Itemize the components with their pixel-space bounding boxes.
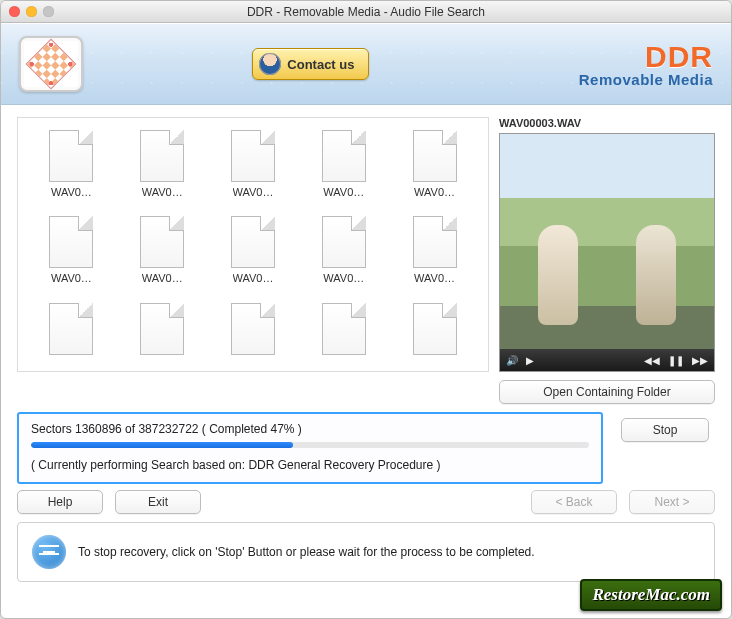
skip-back-icon[interactable]: ◀◀ [644, 355, 660, 366]
file-results-panel[interactable]: WAV0… WAV0… WAV0… WAV0… WAV0… WAV0… WAV0… [17, 117, 489, 372]
preview-filename: WAV00003.WAV [499, 117, 715, 129]
file-icon [413, 216, 457, 268]
nav-row: Help Exit < Back Next > [17, 490, 715, 514]
stop-column: Stop [615, 412, 715, 484]
app-window: DDR - Removable Media - Audio File Searc… [0, 0, 732, 619]
file-label: WAV0… [323, 272, 364, 284]
help-button[interactable]: Help [17, 490, 103, 514]
file-label: WAV0… [414, 186, 455, 198]
back-button: < Back [531, 490, 617, 514]
media-player-bar: 🔊 ▶ ◀◀ ❚❚ ▶▶ [500, 349, 714, 371]
preview-image [500, 134, 714, 349]
brand-title: DDR [579, 42, 713, 72]
file-item[interactable] [212, 303, 295, 371]
procedure-text: ( Currently performing Search based on: … [31, 458, 589, 472]
file-icon [49, 303, 93, 355]
open-folder-row: Open Containing Folder [17, 380, 715, 404]
file-item[interactable]: WAV0… [121, 216, 204, 296]
brand-block: DDR Removable Media [579, 42, 713, 87]
volume-icon[interactable]: 🔊 [506, 355, 518, 366]
file-label: WAV0… [51, 186, 92, 198]
file-label: WAV0… [142, 272, 183, 284]
exit-button[interactable]: Exit [115, 490, 201, 514]
file-item[interactable]: WAV0… [121, 130, 204, 210]
file-icon [140, 216, 184, 268]
file-label: WAV0… [51, 272, 92, 284]
file-item[interactable]: WAV0… [212, 216, 295, 296]
file-icon [140, 130, 184, 182]
header-banner: Contact us DDR Removable Media [1, 23, 731, 105]
file-item[interactable]: WAV0… [302, 130, 385, 210]
file-label: WAV0… [414, 272, 455, 284]
app-logo [19, 36, 83, 92]
file-icon [413, 130, 457, 182]
file-icon [231, 303, 275, 355]
file-label: WAV0… [233, 186, 274, 198]
contact-us-button[interactable]: Contact us [252, 48, 369, 80]
file-label: WAV0… [142, 186, 183, 198]
progress-panel: Sectors 1360896 of 387232722 ( Completed… [17, 412, 603, 484]
info-bubble-icon [32, 535, 66, 569]
file-icon [413, 303, 457, 355]
pause-icon[interactable]: ❚❚ [668, 355, 684, 366]
progress-text: Sectors 1360896 of 387232722 ( Completed… [31, 422, 589, 436]
person-icon [259, 53, 281, 75]
hint-text: To stop recovery, click on 'Stop' Button… [78, 545, 535, 559]
file-label: WAV0… [233, 272, 274, 284]
file-grid: WAV0… WAV0… WAV0… WAV0… WAV0… WAV0… WAV0… [18, 118, 488, 371]
file-item[interactable] [393, 303, 476, 371]
file-item[interactable]: WAV0… [393, 130, 476, 210]
preview-column: WAV00003.WAV 🔊 ▶ ◀◀ ❚❚ ▶▶ [499, 117, 715, 372]
file-icon [231, 130, 275, 182]
file-item[interactable] [121, 303, 204, 371]
file-icon [322, 303, 366, 355]
file-item[interactable]: WAV0… [30, 130, 113, 210]
file-item[interactable]: WAV0… [302, 216, 385, 296]
file-icon [231, 216, 275, 268]
hint-panel: To stop recovery, click on 'Stop' Button… [17, 522, 715, 582]
progress-fill [31, 442, 293, 448]
skip-forward-icon[interactable]: ▶▶ [692, 355, 708, 366]
file-icon [140, 303, 184, 355]
progress-bar [31, 442, 589, 448]
content-area: WAV0… WAV0… WAV0… WAV0… WAV0… WAV0… WAV0… [1, 105, 731, 618]
progress-row: Sectors 1360896 of 387232722 ( Completed… [17, 412, 715, 484]
stop-button[interactable]: Stop [621, 418, 709, 442]
file-item[interactable] [302, 303, 385, 371]
preview-box: 🔊 ▶ ◀◀ ❚❚ ▶▶ [499, 133, 715, 372]
file-icon [49, 216, 93, 268]
file-item[interactable]: WAV0… [30, 216, 113, 296]
file-icon [322, 130, 366, 182]
contact-us-label: Contact us [287, 57, 354, 72]
play-icon[interactable]: ▶ [526, 355, 534, 366]
titlebar: DDR - Removable Media - Audio File Searc… [1, 1, 731, 23]
file-item[interactable] [30, 303, 113, 371]
logo-icon [26, 39, 77, 90]
brand-subtitle: Removable Media [579, 72, 713, 87]
file-icon [49, 130, 93, 182]
file-item[interactable]: WAV0… [393, 216, 476, 296]
file-label: WAV0… [323, 186, 364, 198]
results-and-preview: WAV0… WAV0… WAV0… WAV0… WAV0… WAV0… WAV0… [17, 117, 715, 372]
window-title: DDR - Removable Media - Audio File Searc… [1, 5, 731, 19]
watermark-badge: RestoreMac.com [580, 579, 722, 611]
open-containing-folder-button[interactable]: Open Containing Folder [499, 380, 715, 404]
file-icon [322, 216, 366, 268]
next-button: Next > [629, 490, 715, 514]
file-item[interactable]: WAV0… [212, 130, 295, 210]
